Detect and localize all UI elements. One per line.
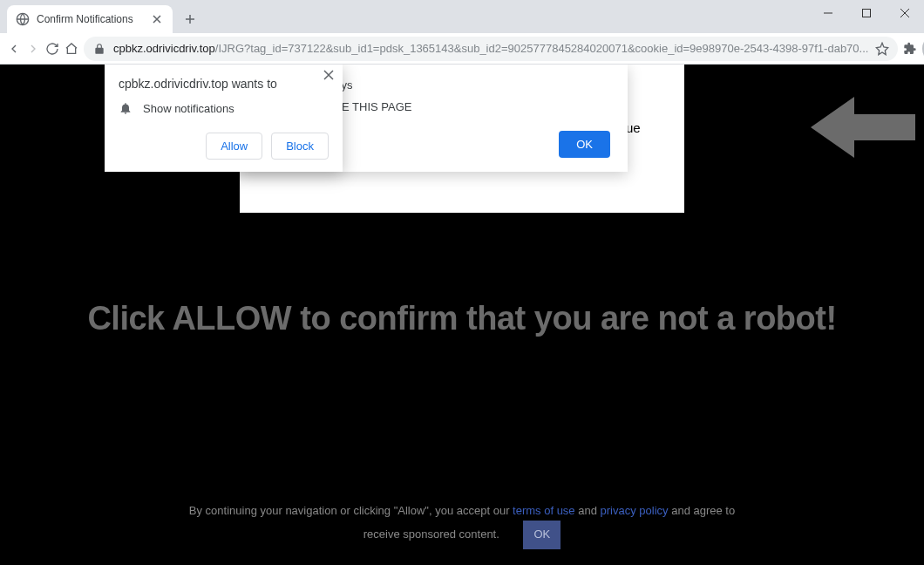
extensions-icon[interactable] xyxy=(903,37,917,61)
minimize-button[interactable] xyxy=(809,0,847,26)
footer-ok-button[interactable]: OK xyxy=(523,521,561,549)
prompt-item: Show notifications xyxy=(143,102,234,115)
new-tab-button[interactable] xyxy=(178,7,202,31)
allow-button[interactable]: Allow xyxy=(206,133,262,160)
main-heading: Click ALLOW to confirm that you are not … xyxy=(0,300,924,337)
browser-tab[interactable]: Confirm Notifications xyxy=(7,5,173,33)
window-controls xyxy=(809,0,924,26)
privacy-link[interactable]: privacy policy xyxy=(601,504,669,517)
lock-icon xyxy=(92,42,106,56)
alert-ok-button[interactable]: OK xyxy=(559,131,610,158)
bell-icon xyxy=(119,101,132,115)
continue-fragment: ue xyxy=(626,120,641,135)
bookmark-star-icon[interactable] xyxy=(875,42,889,56)
block-button[interactable]: Block xyxy=(271,133,329,160)
prompt-close-icon[interactable] xyxy=(323,70,334,80)
terms-link[interactable]: terms of use xyxy=(513,504,575,517)
url-text: cpbkz.odrivicdriv.top/IJRG?tag_id=737122… xyxy=(113,42,868,55)
footer-text: By continuing your navigation or clickin… xyxy=(0,502,924,549)
tab-title: Confirm Notifications xyxy=(37,13,150,25)
arrow-icon xyxy=(811,92,915,162)
reload-button[interactable] xyxy=(45,37,59,61)
browser-toolbar: cpbkz.odrivicdriv.top/IJRG?tag_id=737122… xyxy=(0,33,924,65)
window-titlebar: Confirm Notifications xyxy=(0,0,924,33)
svg-rect-1 xyxy=(863,10,871,17)
globe-icon xyxy=(16,12,30,26)
prompt-title: cpbkz.odrivicdriv.top wants to xyxy=(119,77,329,91)
notification-permission-prompt: cpbkz.odrivicdriv.top wants to Show noti… xyxy=(105,65,343,172)
forward-button[interactable] xyxy=(26,37,40,61)
close-window-button[interactable] xyxy=(886,0,924,26)
tab-close-icon[interactable] xyxy=(150,12,164,26)
address-bar[interactable]: cpbkz.odrivicdriv.top/IJRG?tag_id=737122… xyxy=(84,37,898,61)
home-button[interactable] xyxy=(65,37,78,61)
back-button[interactable] xyxy=(7,37,21,61)
page-content: ue More info Click ALLOW to confirm that… xyxy=(0,65,924,565)
maximize-button[interactable] xyxy=(847,0,886,26)
